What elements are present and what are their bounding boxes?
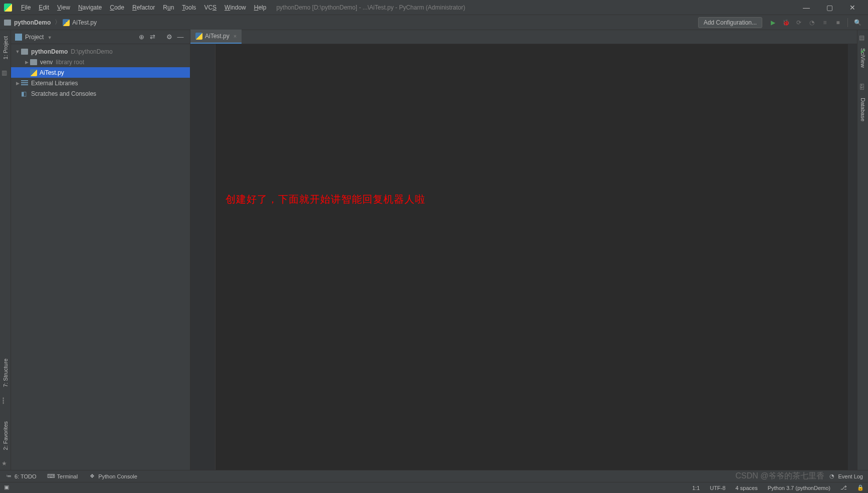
status-encoding[interactable]: UTF-8 xyxy=(710,485,725,491)
hide-button[interactable]: — xyxy=(175,33,186,41)
rail-structure-tab[interactable]: 7: Structure xyxy=(2,355,10,391)
breadcrumb-project[interactable]: pythonDemo xyxy=(4,19,51,26)
menu-code[interactable]: Code xyxy=(106,0,128,15)
tree-venv-hint: library root xyxy=(56,59,84,66)
project-header: Project ▼ ⊕ ⇄ ⚙ — xyxy=(11,30,190,44)
breadcrumb-separator: 〉 xyxy=(55,18,61,27)
debug-button[interactable]: 🐞 xyxy=(780,17,791,28)
event-log-icon: ◔ xyxy=(828,473,835,480)
run-button[interactable]: ▶ xyxy=(767,17,778,28)
coverage-button[interactable]: ⟳ xyxy=(793,17,804,28)
status-indent[interactable]: 4 spaces xyxy=(736,485,758,491)
tool-windows-toggle[interactable]: ▣ xyxy=(4,484,12,492)
editor-gutter xyxy=(190,44,215,470)
tree-file-aitest[interactable]: AiTest.py xyxy=(11,67,190,78)
breadcrumb-project-label: pythonDemo xyxy=(14,19,51,26)
scratches-icon: ◧ xyxy=(21,90,28,97)
bottom-event-log-tab[interactable]: ◔ Event Log xyxy=(828,473,863,480)
locate-button[interactable]: ⊕ xyxy=(136,33,147,41)
tree-scratches-label: Scratches and Consoles xyxy=(31,90,96,97)
settings-button[interactable]: ⚙ xyxy=(164,33,175,41)
todo-icon: ≔ xyxy=(5,473,12,480)
tree-scratches[interactable]: ◧ Scratches and Consoles xyxy=(11,88,190,99)
editor-tab-aitest[interactable]: AiTest.py × xyxy=(190,30,242,44)
rail-favorites-tab[interactable]: 2: Favorites xyxy=(2,417,10,454)
editor-scrollbar-track[interactable]: ✔ xyxy=(848,44,857,470)
folder-icon xyxy=(4,20,11,26)
editor-area: AiTest.py × 创建好了，下面就开始讲智能回复机器人啦 ✔ xyxy=(190,30,857,470)
tree-external-libraries[interactable]: ▶ External Libraries xyxy=(11,78,190,88)
left-tool-rail: 1: Project ▥ 7: Structure ┇ 2: Favorites… xyxy=(0,30,11,470)
structure-icon: ┇ xyxy=(2,397,10,405)
tree-venv[interactable]: ▶ venv library root xyxy=(11,57,190,67)
chevron-down-icon: ▼ xyxy=(48,35,52,40)
tree-twisty-closed-icon[interactable]: ▶ xyxy=(14,81,21,86)
status-interpreter[interactable]: Python 3.7 (pythonDemo) xyxy=(768,485,830,491)
stop-button[interactable]: ■ xyxy=(832,17,843,28)
menu-run[interactable]: Run xyxy=(159,0,178,15)
menu-refactor[interactable]: Refactor xyxy=(128,0,159,15)
menu-help[interactable]: Help xyxy=(250,0,271,15)
window-close-button[interactable]: ✕ xyxy=(841,0,864,15)
project-tool-window: Project ▼ ⊕ ⇄ ⚙ — ▼ pythonDemo D:\python… xyxy=(11,30,190,470)
status-bar: ▣ 1:1 UTF-8 4 spaces Python 3.7 (pythonD… xyxy=(0,482,868,493)
folder-icon xyxy=(30,59,37,65)
tab-close-button[interactable]: × xyxy=(234,33,237,39)
tree-twisty-open-icon[interactable]: ▼ xyxy=(14,49,21,54)
star-icon: ★ xyxy=(2,460,10,468)
add-configuration-button[interactable]: Add Configuration... xyxy=(698,17,762,28)
breadcrumb-file[interactable]: AiTest.py xyxy=(63,19,97,26)
right-tool-rail: ▤ SciView 🗄 Database xyxy=(857,30,868,470)
editor-content[interactable]: 创建好了，下面就开始讲智能回复机器人啦 xyxy=(215,44,848,470)
tree-venv-label: venv xyxy=(40,59,53,66)
editor-tab-label: AiTest.py xyxy=(205,33,230,40)
status-git-icon[interactable]: ⎇ xyxy=(840,484,847,491)
rail-database-tab[interactable]: Database xyxy=(859,94,867,125)
window-minimize-button[interactable]: — xyxy=(795,0,818,15)
status-lock-icon[interactable]: 🔒 xyxy=(857,484,864,491)
folder-icon xyxy=(21,49,28,55)
python-file-icon xyxy=(63,19,70,26)
menu-window[interactable]: Window xyxy=(221,0,250,15)
tree-project-root[interactable]: ▼ pythonDemo D:\pythonDemo xyxy=(11,46,190,57)
project-tree[interactable]: ▼ pythonDemo D:\pythonDemo ▶ venv librar… xyxy=(11,44,190,101)
rail-project-tab[interactable]: 1: Project xyxy=(2,32,10,63)
editor-tab-bar: AiTest.py × xyxy=(190,30,857,44)
profile-button[interactable]: ◔ xyxy=(806,17,817,28)
pycharm-icon xyxy=(4,4,12,12)
menu-edit[interactable]: Edit xyxy=(35,0,53,15)
bottom-terminal-tab[interactable]: ⌨ Terminal xyxy=(48,473,78,480)
database-icon[interactable]: 🗄 xyxy=(859,84,867,92)
bottom-tool-tabs: ≔ 6: TODO ⌨ Terminal ❖ Python Console CS… xyxy=(0,470,868,482)
bottom-terminal-label: Terminal xyxy=(57,473,78,479)
project-view-label: Project xyxy=(25,34,44,41)
status-caret-pos[interactable]: 1:1 xyxy=(692,485,700,491)
tree-root-path: D:\pythonDemo xyxy=(71,48,112,55)
rail-folder-icon[interactable]: ▥ xyxy=(2,69,10,77)
menu-file[interactable]: File xyxy=(17,0,35,15)
editor-body[interactable]: 创建好了，下面就开始讲智能回复机器人啦 ✔ xyxy=(190,44,857,470)
expand-all-button[interactable]: ⇄ xyxy=(147,33,158,41)
menu-navigate[interactable]: Navigate xyxy=(74,0,106,15)
sciview-icon[interactable]: ▤ xyxy=(859,34,867,42)
bottom-todo-label: 6: TODO xyxy=(15,473,37,479)
concurrency-button[interactable]: ≡ xyxy=(819,17,830,28)
menu-vcs[interactable]: VCS xyxy=(200,0,221,15)
menu-view[interactable]: View xyxy=(53,0,74,15)
python-file-icon xyxy=(30,69,37,76)
search-everywhere-button[interactable]: 🔍 xyxy=(852,17,863,28)
bottom-todo-tab[interactable]: ≔ 6: TODO xyxy=(5,473,37,480)
terminal-icon: ⌨ xyxy=(48,473,55,480)
bottom-pyconsole-label: Python Console xyxy=(98,473,137,479)
project-view-icon xyxy=(15,34,22,41)
python-console-icon: ❖ xyxy=(89,473,96,480)
window-maximize-button[interactable]: ▢ xyxy=(818,0,841,15)
window-title: pythonDemo [D:\pythonDemo] - ...\AiTest.… xyxy=(276,4,795,11)
tree-file-label: AiTest.py xyxy=(40,69,64,76)
tree-external-label: External Libraries xyxy=(31,80,78,87)
breadcrumb-file-label: AiTest.py xyxy=(72,19,97,26)
bottom-pyconsole-tab[interactable]: ❖ Python Console xyxy=(89,473,137,480)
tree-twisty-closed-icon[interactable]: ▶ xyxy=(23,60,30,65)
menu-tools[interactable]: Tools xyxy=(178,0,200,15)
project-view-selector[interactable]: Project ▼ xyxy=(25,34,136,41)
